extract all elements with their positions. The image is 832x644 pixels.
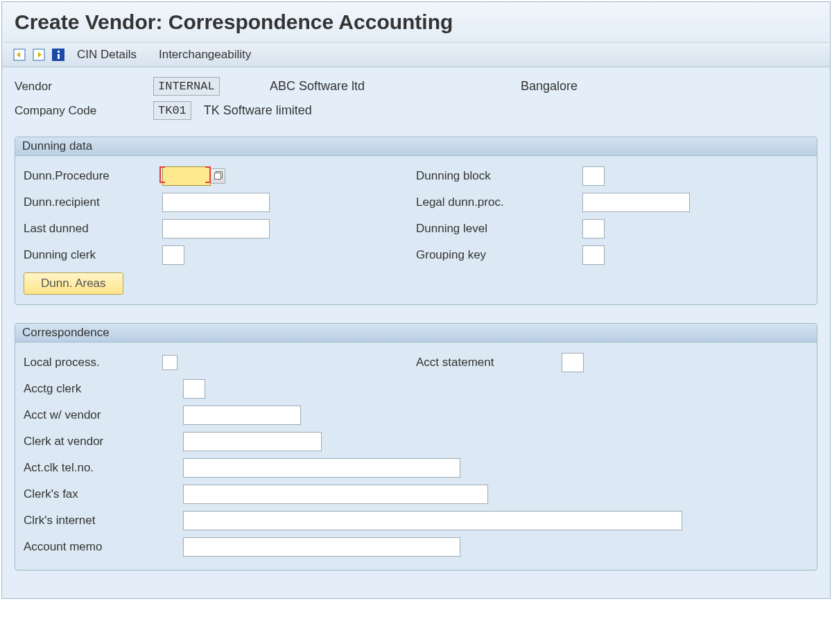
clerk-internet-label: Clrk's internet [24, 514, 183, 528]
grouping-key-label: Grouping key [416, 248, 582, 262]
legal-dunn-input[interactable] [582, 193, 690, 212]
next-screen-icon[interactable] [31, 47, 46, 62]
acct-vendor-label: Acct w/ vendor [24, 408, 183, 422]
acct-statement-label: Acct statement [416, 356, 562, 369]
vendor-name: ABC Software ltd [257, 79, 521, 94]
dunning-level-label: Dunning level [416, 222, 582, 236]
dunn-areas-button[interactable]: Dunn. Areas [24, 272, 123, 295]
header-block: Vendor INTERNAL ABC Software ltd Bangalo… [15, 77, 817, 120]
clerk-tel-input[interactable] [183, 458, 460, 478]
vendor-city: Bangalore [521, 79, 817, 94]
acct-vendor-input[interactable] [183, 406, 301, 425]
title-bar: Create Vendor: Correspondence Accounting [2, 2, 830, 43]
acct-statement-input[interactable] [562, 353, 584, 372]
vendor-label: Vendor [15, 80, 153, 94]
dunning-block-input[interactable] [582, 166, 605, 186]
cin-details-button[interactable]: CIN Details [77, 48, 137, 62]
dunn-recipient-label: Dunn.recipient [24, 195, 162, 209]
company-code-value: TK01 [153, 101, 191, 120]
app-toolbar: CIN Details Interchangeability [2, 43, 830, 67]
dunning-level-input[interactable] [582, 219, 605, 238]
clerk-vendor-input[interactable] [183, 432, 322, 451]
account-memo-input[interactable] [183, 537, 460, 557]
account-memo-label: Account memo [24, 540, 183, 554]
svg-rect-6 [58, 54, 60, 59]
clerk-fax-label: Clerk's fax [24, 487, 183, 501]
dunning-group: Dunning data Dunn.Procedure Dunning bloc… [15, 137, 817, 305]
dunn-procedure-input[interactable] [162, 166, 211, 186]
local-process-label: Local process. [24, 356, 162, 369]
local-process-checkbox[interactable] [162, 355, 177, 370]
correspondence-group: Correspondence Local process. Acct state… [15, 323, 817, 571]
correspondence-group-title: Correspondence [15, 324, 817, 342]
info-icon[interactable] [51, 47, 66, 62]
dunning-clerk-label: Dunning clerk [24, 248, 162, 262]
content-area: Vendor INTERNAL ABC Software ltd Bangalo… [2, 67, 830, 598]
page-title: Create Vendor: Correspondence Accounting [15, 10, 817, 34]
svg-rect-5 [58, 51, 60, 53]
clerk-internet-input[interactable] [183, 511, 682, 530]
vendor-value: INTERNAL [153, 77, 220, 96]
last-dunned-input[interactable] [162, 219, 270, 238]
clerk-tel-label: Act.clk tel.no. [24, 461, 183, 475]
last-dunned-label: Last dunned [24, 222, 162, 236]
prev-screen-icon[interactable] [12, 47, 27, 62]
acctg-clerk-label: Acctg clerk [24, 382, 183, 396]
clerk-fax-input[interactable] [183, 485, 488, 504]
sap-window: Create Vendor: Correspondence Accounting… [1, 1, 831, 599]
dunning-group-title: Dunning data [15, 137, 817, 156]
clerk-vendor-label: Clerk at vendor [24, 435, 183, 449]
dunning-block-label: Dunning block [416, 169, 582, 183]
grouping-key-input[interactable] [582, 245, 605, 265]
f4-help-button[interactable] [210, 168, 225, 184]
acctg-clerk-input[interactable] [183, 379, 205, 399]
dunning-clerk-input[interactable] [162, 245, 184, 265]
interchangeability-button[interactable]: Interchangeability [159, 48, 251, 62]
dunn-procedure-label: Dunn.Procedure [24, 169, 162, 183]
company-code-label: Company Code [15, 104, 153, 118]
company-name: TK Software limited [191, 103, 312, 118]
dunn-recipient-input[interactable] [162, 193, 270, 212]
legal-dunn-label: Legal dunn.proc. [416, 195, 582, 209]
